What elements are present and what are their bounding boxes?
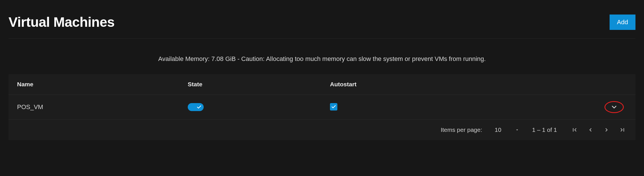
memory-info-text: Available Memory: 7.08 GiB - Caution: Al…	[9, 39, 635, 74]
last-page-icon	[619, 126, 626, 133]
table-row[interactable]: POS_VM	[9, 95, 635, 120]
prev-page-button[interactable]	[585, 125, 596, 135]
autostart-checkbox[interactable]	[330, 103, 337, 110]
items-per-page-label: Items per page:	[441, 126, 482, 133]
vm-table: Name State Autostart POS_VM	[9, 74, 635, 140]
vm-name-cell: POS_VM	[17, 103, 188, 111]
page-range-text: 1 – 1 of 1	[532, 126, 557, 133]
paginator: Items per page: 10 1 – 1 of 1	[9, 120, 635, 140]
last-page-button[interactable]	[617, 125, 628, 135]
page-nav	[569, 125, 628, 135]
page-size-select[interactable]: 10	[495, 126, 519, 133]
table-header-row: Name State Autostart	[9, 74, 635, 95]
check-icon	[197, 105, 202, 110]
next-page-button[interactable]	[601, 125, 612, 135]
column-header-state[interactable]: State	[188, 81, 330, 88]
chevron-down-icon	[610, 103, 618, 111]
page-title: Virtual Machines	[9, 14, 115, 30]
chevron-right-icon	[603, 126, 610, 133]
column-header-autostart[interactable]: Autostart	[330, 81, 601, 88]
first-page-button[interactable]	[569, 125, 580, 135]
column-header-name[interactable]: Name	[17, 81, 188, 88]
check-icon	[331, 104, 336, 109]
chevron-left-icon	[587, 126, 594, 133]
expand-row-annotation	[604, 101, 624, 113]
state-toggle[interactable]	[188, 103, 204, 111]
first-page-icon	[571, 126, 578, 133]
page-size-value: 10	[495, 126, 501, 133]
expand-row-button[interactable]	[609, 102, 619, 112]
add-button[interactable]: Add	[610, 15, 635, 30]
caret-down-icon	[515, 128, 519, 132]
